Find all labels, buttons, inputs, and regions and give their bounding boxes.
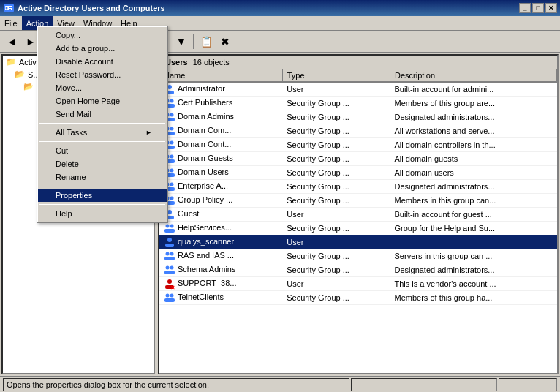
table-row[interactable]: ✕ SUPPORT_38...UserThis is a vendor's ac…: [159, 277, 557, 291]
cell-type: Security Group ...: [282, 138, 390, 152]
cell-description: Members of this group are...: [390, 97, 557, 110]
cell-description: Group for the Help and Su...: [390, 222, 557, 235]
context-menu-separator: [39, 204, 165, 205]
app-icon: [3, 2, 15, 14]
row-name-text: Domain Cont...: [178, 140, 231, 148]
table-row[interactable]: AdministratorUserBuilt-in account for ad…: [159, 82, 557, 97]
svg-rect-37: [165, 244, 174, 247]
col-name[interactable]: Name: [159, 69, 282, 82]
table-row[interactable]: Domain Cont...Security Group ...All doma…: [159, 138, 557, 152]
cell-description: All workstations and serve...: [390, 124, 557, 138]
svg-rect-35: [164, 229, 175, 233]
ctx-item-disable-account[interactable]: Disable Account: [38, 55, 167, 68]
ctx-item-send-mail[interactable]: Send Mail: [38, 108, 167, 121]
svg-point-11: [170, 113, 174, 117]
row-name-text: Administrator: [178, 84, 225, 93]
maximize-button[interactable]: □: [532, 3, 544, 13]
table-row[interactable]: TelnetClientsSecurity Group ...Members o…: [159, 291, 557, 305]
svg-rect-43: [164, 271, 175, 274]
context-menu: Copy...Add to a group...Disable AccountR…: [37, 26, 168, 223]
ctx-item-move[interactable]: Move...: [38, 81, 167, 94]
submenu-arrow-icon: ►: [145, 129, 152, 136]
cell-description: All domain users: [390, 166, 557, 180]
table-row[interactable]: Domain Com...Security Group ...All works…: [159, 124, 557, 138]
col-type[interactable]: Type: [282, 69, 390, 82]
cell-type: Security Group ...: [282, 249, 390, 263]
users-label: Users: [165, 58, 188, 67]
cell-type: User: [282, 277, 390, 291]
ctx-item-all-tasks[interactable]: All Tasks►: [38, 126, 167, 139]
cell-type: Security Group ...: [282, 166, 390, 180]
table-row[interactable]: Domain GuestsSecurity Group ...All domai…: [159, 152, 557, 166]
cell-description: All domain guests: [390, 152, 557, 166]
cell-description: Members of this group ha...: [390, 291, 557, 305]
context-menu-separator: [39, 123, 165, 124]
close-button[interactable]: ✕: [545, 3, 557, 13]
cell-description: Servers in this group can ...: [390, 249, 557, 263]
svg-point-39: [170, 252, 174, 256]
ctx-item-reset-password[interactable]: Reset Password...: [38, 68, 167, 81]
back-button[interactable]: ◄: [3, 33, 20, 50]
row-name-text: Group Policy ...: [178, 195, 232, 204]
svg-point-38: [166, 252, 170, 256]
table-row[interactable]: Cert PublishersSecurity Group ...Members…: [159, 97, 557, 110]
ctx-label-add-to-group: Add to a group...: [56, 44, 115, 53]
title-bar: Active Directory Users and Computers _ □…: [0, 0, 560, 16]
ctx-item-help[interactable]: Help: [38, 207, 167, 220]
table-row[interactable]: Group Policy ...Security Group ...Member…: [159, 194, 557, 208]
cell-type: Security Group ...: [282, 97, 390, 110]
cell-name: ✕ SUPPORT_38...: [159, 277, 282, 291]
cell-type: Security Group ...: [282, 152, 390, 166]
row-name-text: Domain Com...: [178, 126, 231, 135]
ctx-item-open-home-page[interactable]: Open Home Page: [38, 94, 167, 108]
ctx-item-delete[interactable]: Delete: [38, 157, 167, 170]
delete-button[interactable]: ✖: [216, 33, 234, 50]
filter-button[interactable]: ▼: [173, 33, 190, 50]
row-name-text: Schema Admins: [178, 265, 235, 274]
ctx-item-rename[interactable]: Rename: [38, 170, 167, 184]
table-row[interactable]: RAS and IAS ...Security Group ...Servers…: [159, 249, 557, 263]
cell-description: [390, 235, 557, 249]
cell-name: qualys_scanner: [159, 235, 282, 249]
cell-type: Security Group ...: [282, 222, 390, 235]
cell-name: TelnetClients: [159, 291, 282, 305]
window-title: Active Directory Users and Computers: [18, 4, 519, 12]
row-name-text: Domain Admins: [178, 112, 234, 121]
table-row[interactable]: GuestUserBuilt-in account for guest ...: [159, 208, 557, 222]
svg-point-33: [166, 225, 170, 228]
table-row[interactable]: Domain AdminsSecurity Group ...Designate…: [159, 110, 557, 124]
ctx-label-send-mail: Send Mail: [56, 110, 91, 118]
cell-name: RAS and IAS ...: [159, 249, 282, 263]
ctx-item-copy[interactable]: Copy...: [38, 29, 167, 42]
cell-description: Members in this group can...: [390, 194, 557, 208]
table-row[interactable]: qualys_scannerUser: [159, 235, 557, 249]
svg-point-2: [6, 7, 8, 10]
ctx-item-cut[interactable]: Cut: [38, 144, 167, 157]
table-container[interactable]: Name Type Description AdministratorUserB…: [159, 69, 557, 373]
table-row[interactable]: Schema AdminsSecurity Group ...Designate…: [159, 263, 557, 277]
menu-file[interactable]: File: [0, 16, 22, 30]
cell-description: Designated administrators...: [390, 110, 557, 124]
ctx-label-copy: Copy...: [56, 31, 80, 39]
minimize-button[interactable]: _: [519, 3, 531, 13]
svg-point-47: [166, 294, 170, 298]
ctx-label-cut: Cut: [56, 146, 68, 155]
col-description[interactable]: Description: [390, 69, 557, 82]
cell-type: Security Group ...: [282, 263, 390, 277]
table-row[interactable]: HelpServices...Security Group ...Group f…: [159, 222, 557, 235]
ctx-item-properties[interactable]: Properties: [38, 189, 167, 202]
svg-point-20: [170, 155, 174, 159]
ctx-label-move: Move...: [56, 83, 82, 92]
table-row[interactable]: Domain UsersSecurity Group ...All domain…: [159, 166, 557, 180]
svg-point-34: [170, 225, 174, 228]
properties-button[interactable]: 📋: [197, 33, 215, 50]
svg-point-48: [170, 294, 174, 298]
ctx-item-add-to-group[interactable]: Add to a group...: [38, 42, 167, 55]
cell-type: Security Group ...: [282, 194, 390, 208]
cell-description: Built-in account for guest ...: [390, 208, 557, 222]
cell-name: HelpServices...: [159, 222, 282, 235]
table-row[interactable]: Enterprise A...Security Group ...Designa…: [159, 180, 557, 194]
cell-type: User: [282, 235, 390, 249]
row-name-text: qualys_scanner: [178, 237, 234, 246]
cell-name: Administrator: [159, 82, 282, 97]
